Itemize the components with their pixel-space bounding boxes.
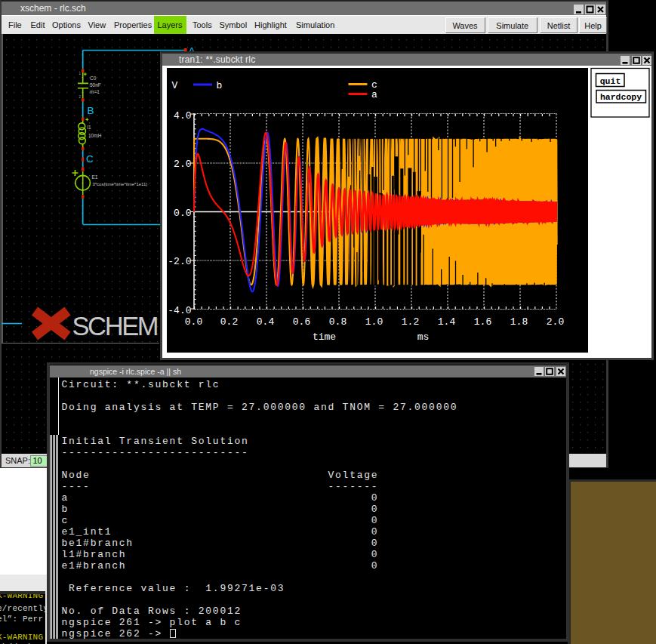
svg-text:2.0: 2.0	[174, 159, 191, 170]
svg-text:3*cos(time*time*time*1e11): 3*cos(time*time*time*1e11)	[92, 182, 147, 186]
svg-text:E1: E1	[92, 174, 98, 180]
svg-text:0.4: 0.4	[257, 316, 275, 328]
svg-text:0.0: 0.0	[174, 208, 191, 219]
svg-text:0.8: 0.8	[329, 316, 346, 328]
svg-text:-4.0: -4.0	[168, 305, 191, 316]
svg-text:0.6: 0.6	[293, 316, 310, 328]
svg-text:0.0: 0.0	[185, 316, 202, 328]
svg-text:-2.0: -2.0	[168, 256, 191, 267]
svg-text:time: time	[313, 331, 336, 343]
svg-text:ms: ms	[417, 331, 430, 343]
svg-text:1.8: 1.8	[510, 316, 528, 328]
svg-text:4.0: 4.0	[174, 110, 191, 122]
svg-text:10mH: 10mH	[88, 133, 102, 138]
svg-text:C0: C0	[90, 75, 97, 81]
svg-text:SCHEM: SCHEM	[72, 312, 158, 340]
svg-text:1.0: 1.0	[365, 316, 383, 328]
svg-text:0.2: 0.2	[220, 316, 238, 328]
svg-text:C: C	[86, 153, 94, 165]
svg-text:1.6: 1.6	[474, 316, 491, 328]
svg-text:m=1: m=1	[90, 89, 100, 94]
svg-text:B: B	[88, 105, 94, 116]
svg-text:1.4: 1.4	[438, 316, 456, 328]
svg-text:1.2: 1.2	[402, 316, 419, 328]
svg-text:V: V	[172, 80, 178, 91]
svg-text:2.0: 2.0	[547, 316, 564, 328]
svg-text:b: b	[217, 80, 223, 91]
svg-text:quit: quit	[600, 76, 621, 86]
svg-text:a: a	[371, 89, 377, 100]
svg-text:hardcopy: hardcopy	[600, 92, 642, 102]
svg-text:50nF: 50nF	[90, 82, 101, 88]
svg-text:l1: l1	[88, 125, 91, 130]
